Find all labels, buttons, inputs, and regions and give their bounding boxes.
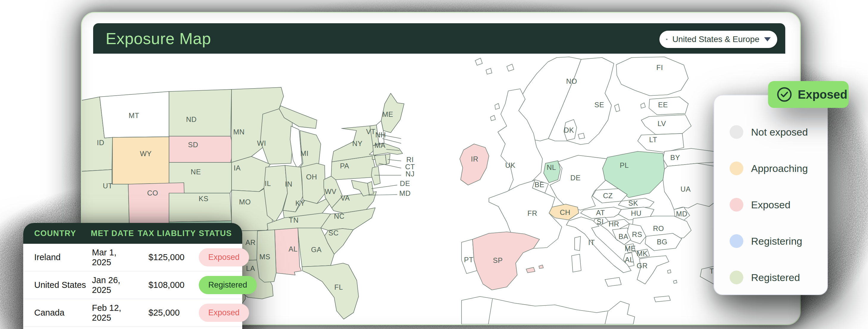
exposure-table-card: COUNTRY MET DATE TAX LIABLITY STATUS Ire… (23, 223, 242, 329)
state-label-UA: UA (681, 185, 691, 193)
legend-item: Not exposed (730, 114, 827, 150)
island-crete[interactable] (654, 296, 671, 302)
state-label-CZ: CZ (603, 192, 613, 200)
state-label-DE: DE (570, 174, 581, 182)
state-label-BE: BE (534, 181, 544, 189)
state-label-ID: ID (97, 139, 104, 147)
island-gotland[interactable] (615, 104, 620, 112)
state-SD[interactable] (169, 136, 234, 162)
legend-item-label: Registering (751, 236, 802, 247)
country-IR[interactable] (460, 144, 489, 185)
country-LT[interactable] (638, 134, 684, 152)
legend-item-label: Registered (751, 272, 800, 283)
island[interactable] (475, 58, 483, 65)
country-LV[interactable] (641, 115, 691, 134)
state-label-DK: DK (564, 126, 574, 134)
legend-swatch (730, 234, 743, 248)
state-OH[interactable] (301, 163, 325, 203)
state-label-ME: ME (625, 244, 636, 252)
cell-tax-liability: $125,000 (138, 252, 199, 262)
island-balearic[interactable] (526, 267, 535, 273)
state-NJ[interactable] (371, 166, 380, 185)
cell-met-date: Jan 26, 2025 (91, 275, 138, 295)
state-label-FL: FL (334, 283, 343, 291)
state-label-HR: HR (609, 220, 619, 228)
state-label-BY: BY (670, 154, 680, 162)
state-label-CT: CT (405, 163, 415, 171)
state-label-NY: NY (352, 139, 363, 147)
island[interactable] (673, 280, 677, 283)
status-badge: Exposed (199, 304, 249, 322)
cell-status: Registered (199, 276, 257, 294)
leader-line (371, 185, 397, 189)
exposed-tooltip-badge: Exposed (768, 81, 849, 108)
state-label-RS: RS (632, 230, 642, 239)
cell-tax-liability: $108,000 (138, 280, 199, 290)
table-body: Ireland Mar 1, 2025 $125,000 Exposed Uni… (23, 244, 242, 327)
cell-tax-liability: $25,000 (138, 308, 199, 318)
cell-country: Ireland (34, 252, 91, 262)
state-label-WI: WI (257, 139, 266, 147)
state-label-ME: ME (382, 110, 393, 118)
island[interactable] (641, 103, 645, 108)
legend-swatch (730, 162, 743, 175)
island[interactable] (490, 115, 495, 121)
state-label-PT: PT (464, 256, 473, 264)
island-corsica[interactable] (575, 236, 581, 251)
state-label-RO: RO (653, 224, 664, 232)
state-label-BG: BG (657, 238, 668, 246)
island[interactable] (486, 68, 492, 74)
state-label-EE: EE (658, 101, 668, 109)
region-selector-dropdown[interactable]: United States & Europe (659, 31, 777, 48)
state-label-IR: IR (471, 155, 478, 163)
state-label-MN: MN (233, 128, 245, 136)
country-GR[interactable] (637, 256, 669, 284)
island[interactable] (668, 270, 671, 273)
state-label-WV: WV (324, 188, 337, 195)
country-EE[interactable] (649, 97, 688, 115)
exposed-badge-label: Exposed (798, 88, 847, 101)
island-balearic[interactable] (539, 265, 544, 269)
table-row[interactable]: Canada Feb 12, 2025 $25,000 Exposed (23, 299, 242, 327)
country-SP[interactable] (472, 232, 539, 290)
state-WY[interactable] (113, 137, 169, 184)
state-label-ND: ND (186, 115, 197, 124)
state-label-MO: MO (239, 198, 251, 206)
island[interactable] (578, 133, 585, 139)
column-header-status: STATUS (199, 229, 242, 238)
state-label-LT: LT (649, 136, 657, 144)
page-title: Exposure Map (106, 23, 211, 54)
state-FL[interactable] (302, 263, 359, 319)
state-label-VA: VA (340, 194, 350, 202)
state-label-AL: AL (289, 245, 298, 253)
cell-country: United States (34, 280, 91, 290)
state-label-MA: MA (375, 141, 385, 149)
state-label-SK: SK (628, 199, 638, 207)
island[interactable] (495, 103, 500, 109)
state-label-MK: MK (637, 249, 648, 257)
country-FI[interactable] (616, 57, 688, 95)
island-sardinia[interactable] (571, 254, 581, 272)
state-label-RI: RI (406, 156, 414, 164)
table-row[interactable]: Ireland Mar 1, 2025 $125,000 Exposed (23, 244, 242, 272)
state-label-HU: HU (631, 209, 642, 217)
cell-status: Exposed (199, 248, 249, 267)
north-africa-coast[interactable] (462, 297, 635, 324)
island[interactable] (507, 64, 514, 71)
legend-swatch (730, 125, 743, 139)
state-label-NC: NC (334, 212, 345, 220)
state-label-IN: IN (285, 180, 292, 188)
island-sicily[interactable] (605, 277, 621, 286)
legend-swatch (730, 198, 743, 212)
table-row[interactable]: United States Jan 26, 2025 $108,000 Regi… (23, 272, 242, 299)
state-label-UT: UT (103, 182, 113, 190)
state-label-AL: AL (625, 256, 634, 264)
cell-met-date: Feb 12, 2025 (91, 303, 138, 323)
state-label-NH: NH (375, 131, 386, 139)
state-label-OH: OH (306, 173, 317, 181)
table-header: COUNTRY MET DATE TAX LIABLITY STATUS (23, 223, 242, 244)
state-label-AT: AT (596, 209, 605, 217)
state-label-BA: BA (618, 232, 628, 241)
state-label-CH: CH (560, 208, 570, 216)
state-ND[interactable] (169, 89, 231, 136)
